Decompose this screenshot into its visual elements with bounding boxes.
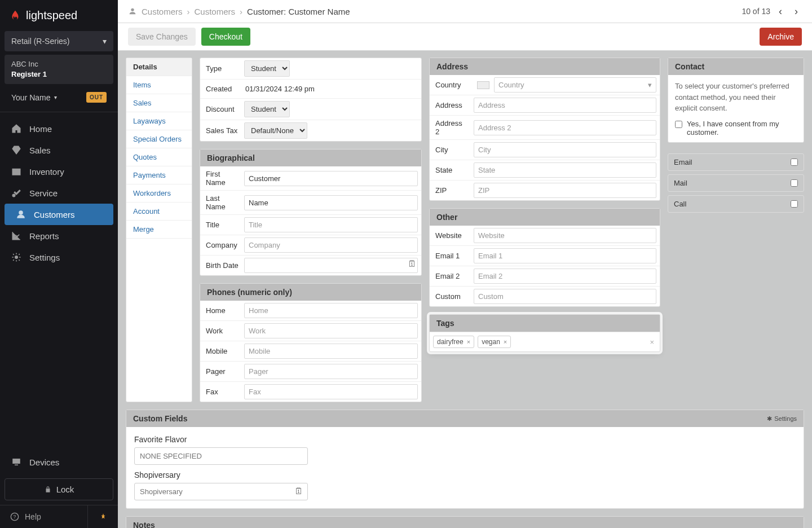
mobile-phone-input[interactable] xyxy=(244,344,418,359)
tags-panel: Tags dairyfree×vegan×× xyxy=(429,314,660,352)
inventory-icon xyxy=(11,166,21,177)
fax-phone-label: Fax xyxy=(200,384,244,399)
nav-label: Service xyxy=(29,188,58,198)
title-input[interactable] xyxy=(244,217,418,232)
call-pref-checkbox[interactable] xyxy=(791,200,798,208)
calendar-icon[interactable]: 🗓 xyxy=(294,486,303,496)
business-name: ABC Inc xyxy=(11,59,107,69)
pager-phone-label: Pager xyxy=(200,364,244,379)
nav-reports[interactable]: Reports xyxy=(0,225,118,247)
sales-icon xyxy=(11,145,21,155)
subnav-merge[interactable]: Merge xyxy=(126,221,192,239)
favorite-flavor-label: Favorite Flavor xyxy=(134,435,796,444)
flame-icon xyxy=(9,10,21,22)
nav-customers[interactable]: Customers xyxy=(5,204,113,225)
address-label: Address xyxy=(430,98,474,113)
custom-fields-panel: Custom Fields ✱ Settings Favorite Flavor… xyxy=(126,410,804,509)
save-button[interactable]: Save Changes xyxy=(128,28,196,46)
tag-chip: vegan× xyxy=(478,336,511,348)
zip-input[interactable] xyxy=(474,183,656,198)
pin-button[interactable] xyxy=(87,505,118,528)
pager-next[interactable]: › xyxy=(791,6,802,17)
nav-settings[interactable]: Settings xyxy=(0,247,118,268)
shopiversary-input[interactable] xyxy=(134,483,308,500)
clear-tags-icon[interactable]: × xyxy=(650,338,656,346)
address-input[interactable] xyxy=(474,98,656,113)
subnav-details: Details xyxy=(126,58,192,76)
subnav-sales[interactable]: Sales xyxy=(126,94,192,112)
other-header: Other xyxy=(430,209,660,226)
city-input[interactable] xyxy=(474,142,656,157)
product-line-select[interactable]: Retail (R-Series) ▾ xyxy=(5,31,113,51)
mobile-phone-label: Mobile xyxy=(200,344,244,359)
lock-label: Lock xyxy=(56,485,74,494)
nav-home[interactable]: Home xyxy=(0,118,118,139)
custom-input[interactable] xyxy=(474,289,656,304)
type-select[interactable]: Student xyxy=(244,60,290,77)
pager-phone-input[interactable] xyxy=(244,364,418,379)
breadcrumb-current: Customer: Customer Name xyxy=(247,7,350,16)
main-content: Customers › Customers › Customer: Custom… xyxy=(118,0,812,528)
subnav-workorders[interactable]: Workorders xyxy=(126,184,192,203)
shopiversary-label: Shopiversary xyxy=(134,470,796,479)
email2-input[interactable] xyxy=(474,269,656,284)
remove-tag-icon[interactable]: × xyxy=(467,338,470,345)
help-link[interactable]: ? Help xyxy=(0,505,87,528)
last-name-label: Last Name xyxy=(200,191,244,214)
tax-select[interactable]: Default/None xyxy=(244,122,307,139)
email1-input[interactable] xyxy=(474,248,656,263)
state-input[interactable] xyxy=(474,162,656,178)
mail-pref-label: Mail xyxy=(674,179,687,187)
custom-label: Custom xyxy=(430,289,474,304)
out-badge: OUT xyxy=(86,92,107,103)
email-pref-checkbox[interactable] xyxy=(791,159,798,166)
address-header: Address xyxy=(430,58,660,75)
subnav-account[interactable]: Account xyxy=(126,203,192,221)
tags-input[interactable]: dairyfree×vegan×× xyxy=(430,332,660,351)
company-input[interactable] xyxy=(244,237,418,253)
nav-service[interactable]: Service xyxy=(0,182,118,204)
tag-chip: dairyfree× xyxy=(433,336,474,348)
subnav-payments[interactable]: Payments xyxy=(126,166,192,184)
breadcrumb-l1[interactable]: Customers xyxy=(142,7,183,16)
checkout-button[interactable]: Checkout xyxy=(201,28,250,46)
pager-text: 10 of 13 xyxy=(742,7,770,16)
address2-input[interactable] xyxy=(474,120,656,135)
subnav-layaways[interactable]: Layaways xyxy=(126,112,192,130)
subnav-quotes[interactable]: Quotes xyxy=(126,148,192,166)
user-menu[interactable]: Your Name ▾ OUT xyxy=(5,87,113,107)
favorite-flavor-input[interactable] xyxy=(134,447,308,465)
home-phone-input[interactable] xyxy=(244,303,418,318)
discount-select[interactable]: Student xyxy=(244,101,290,117)
breadcrumb-l2[interactable]: Customers xyxy=(195,7,236,16)
first-name-input[interactable] xyxy=(244,171,418,186)
remove-tag-icon[interactable]: × xyxy=(504,338,507,345)
website-input[interactable] xyxy=(474,228,656,243)
chevron-down-icon: ▾ xyxy=(648,81,652,89)
calendar-icon[interactable]: 🗓 xyxy=(408,259,417,269)
custom-fields-settings[interactable]: ✱ Settings xyxy=(767,415,797,423)
nav-inventory[interactable]: Inventory xyxy=(0,161,118,182)
breadcrumb-bar: Customers › Customers › Customer: Custom… xyxy=(118,0,812,23)
register-name: Register 1 xyxy=(11,70,47,78)
pager-prev[interactable]: ‹ xyxy=(775,6,786,17)
devices-label: Devices xyxy=(29,457,59,467)
last-name-input[interactable] xyxy=(244,195,418,210)
mail-pref-checkbox[interactable] xyxy=(791,179,798,187)
home-icon xyxy=(11,124,21,134)
consent-checkbox[interactable] xyxy=(675,121,682,128)
user-name: Your Name xyxy=(11,93,51,102)
call-pref-label: Call xyxy=(674,200,686,208)
country-select[interactable]: Country▾ xyxy=(494,77,656,93)
subnav-items[interactable]: Items xyxy=(126,76,192,94)
devices-link[interactable]: Devices xyxy=(0,450,118,474)
fax-phone-input[interactable] xyxy=(244,384,418,399)
archive-button[interactable]: Archive xyxy=(760,28,802,46)
lock-button[interactable]: Lock xyxy=(5,478,113,500)
nav-sales[interactable]: Sales xyxy=(0,139,118,161)
work-phone-input[interactable] xyxy=(244,323,418,338)
birth-date-input[interactable] xyxy=(244,258,418,273)
brand-logo: lightspeed xyxy=(0,0,118,31)
phones-header: Phones (numeric only) xyxy=(200,284,421,301)
subnav-special-orders[interactable]: Special Orders xyxy=(126,130,192,148)
